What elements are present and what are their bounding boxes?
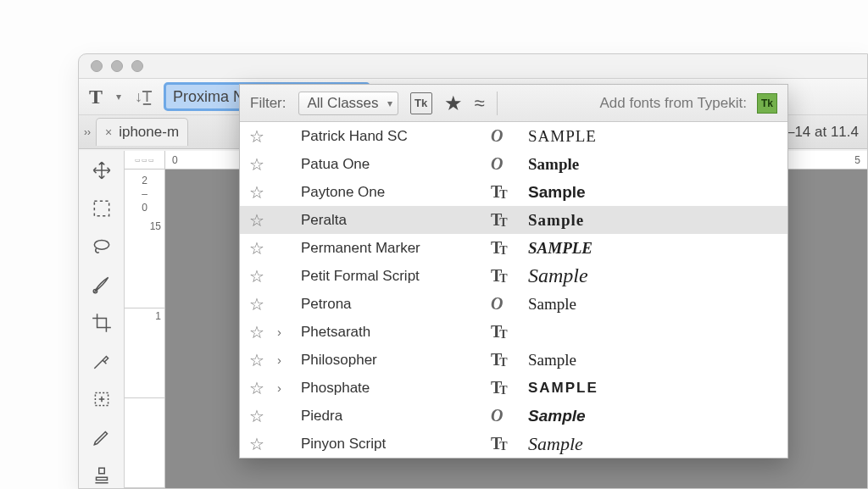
expand-panel-icon[interactable]: ›› — [84, 126, 91, 138]
favorite-star-icon[interactable]: ☆ — [248, 378, 265, 398]
similarity-filter-icon[interactable]: ≈ — [475, 92, 485, 114]
font-sample: Sample — [528, 407, 586, 425]
favorite-star-icon[interactable]: ☆ — [248, 154, 265, 175]
favorite-star-icon[interactable]: ☆ — [248, 210, 265, 231]
minimize-window-button[interactable] — [111, 60, 123, 72]
crop-tool[interactable] — [86, 310, 117, 336]
font-sample: Sample — [528, 295, 576, 314]
font-name: Patrick Hand SC — [301, 128, 479, 145]
truetype-icon — [491, 322, 516, 342]
document-tab[interactable]: × iphone-m — [96, 118, 188, 146]
tools-panel — [79, 151, 125, 488]
zoom-window-button[interactable] — [131, 60, 143, 72]
stamp-tool[interactable] — [86, 462, 117, 488]
opentype-icon: O — [491, 154, 516, 174]
type-tool-icon: T — [89, 86, 103, 108]
font-list[interactable]: ☆›Patrick Hand SCOSAMPLE☆›Patua OneOSamp… — [240, 122, 787, 458]
expand-family-icon[interactable]: › — [277, 325, 289, 339]
svg-rect-0 — [94, 202, 108, 216]
favorite-star-icon[interactable]: ☆ — [248, 182, 265, 203]
font-row[interactable]: ☆›PeraltaSample — [240, 206, 787, 234]
ruler-segment: 15 — [125, 219, 164, 308]
patch-tool[interactable] — [86, 386, 117, 412]
orientation-toggle-icon[interactable]: ↓T̲ — [133, 86, 153, 107]
font-name: Petrona — [301, 296, 479, 313]
type-tool-dropdown-icon[interactable]: ▾ — [116, 91, 121, 103]
lasso-tool[interactable] — [86, 234, 117, 260]
document-tab-title: iphone-m — [119, 124, 179, 141]
truetype-icon — [491, 378, 516, 397]
truetype-icon — [491, 238, 516, 258]
brush-tool[interactable] — [86, 272, 117, 298]
font-row[interactable]: ☆›Pinyon ScriptSample — [240, 430, 787, 458]
favorite-star-icon[interactable]: ☆ — [248, 294, 265, 314]
typekit-launch-button[interactable]: Tk — [757, 93, 777, 114]
font-row[interactable]: ☆›Petit Formal ScriptSample — [240, 262, 787, 290]
truetype-icon — [491, 182, 516, 202]
expand-family-icon[interactable]: › — [277, 381, 289, 395]
truetype-icon — [491, 434, 516, 453]
expand-family-icon[interactable]: › — [277, 353, 289, 367]
font-sample: Sample — [528, 351, 576, 370]
font-row[interactable]: ☆›PiedraOSample — [240, 402, 787, 430]
font-name: Pinyon Script — [301, 436, 479, 453]
move-tool[interactable] — [86, 158, 117, 184]
svg-point-1 — [94, 241, 108, 250]
font-name: Patua One — [301, 156, 479, 173]
filter-label: Filter: — [250, 95, 287, 112]
vertical-ruler: ▭▭▭ 2–0 15 1 — [125, 151, 165, 488]
font-sample: SAMPLE — [528, 239, 593, 258]
font-row[interactable]: ☆›Phetsarath — [240, 318, 787, 346]
eyedropper-tool[interactable] — [86, 347, 117, 374]
font-dropdown-header: Filter: All Classes ▾ Tk ★ ≈ Add fonts f… — [240, 85, 787, 122]
font-name: Petit Formal Script — [301, 268, 479, 285]
close-window-button[interactable] — [91, 60, 103, 72]
font-name: Phetsarath — [301, 324, 479, 341]
font-name: Permanent Marker — [301, 240, 479, 257]
font-row[interactable]: ☆›PetronaOSample — [240, 290, 787, 318]
ruler-segment: 1 — [125, 308, 164, 398]
divider — [497, 92, 498, 115]
font-sample: Sample — [528, 183, 586, 202]
marquee-tool[interactable] — [86, 196, 117, 222]
pencil-tool[interactable] — [86, 424, 117, 450]
favorite-star-icon[interactable]: ☆ — [248, 406, 265, 426]
truetype-icon — [491, 266, 516, 286]
font-row[interactable]: ☆›PhosphateSAMPLE — [240, 374, 787, 402]
font-name: Phosphate — [301, 380, 479, 397]
font-sample: Sample — [528, 211, 584, 230]
font-row[interactable]: ☆›Permanent MarkerSAMPLE — [240, 234, 787, 262]
favorite-star-icon[interactable]: ☆ — [248, 350, 265, 370]
font-name: Piedra — [301, 408, 479, 425]
ruler-segment — [125, 398, 164, 488]
close-tab-icon[interactable]: × — [105, 125, 112, 139]
favorite-star-icon[interactable]: ☆ — [248, 238, 265, 258]
favorite-star-icon[interactable]: ☆ — [248, 126, 265, 147]
favorite-star-icon[interactable]: ☆ — [248, 322, 265, 342]
ruler-corner: ▭▭▭ — [125, 151, 164, 169]
font-row[interactable]: ☆›Patua OneOSample — [240, 150, 787, 178]
font-row[interactable]: ☆›Patrick Hand SCOSAMPLE — [240, 122, 787, 150]
filter-select[interactable]: All Classes ▾ — [298, 92, 398, 115]
favorites-filter-icon[interactable]: ★ — [444, 92, 463, 115]
truetype-icon — [491, 210, 516, 230]
font-row[interactable]: ☆›PhilosopherSample — [240, 346, 787, 374]
font-row[interactable]: ☆›Paytone OneSample — [240, 178, 787, 206]
filter-value: All Classes — [308, 95, 379, 112]
opentype-icon: O — [491, 294, 516, 314]
truetype-icon — [491, 350, 516, 370]
font-sample: Sample — [528, 155, 579, 174]
favorite-star-icon[interactable]: ☆ — [248, 434, 265, 454]
font-sample: SAMPLE — [528, 380, 598, 397]
font-sample: Sample — [528, 433, 583, 455]
window-titlebar — [79, 54, 867, 78]
chevron-down-icon: ▾ — [387, 97, 392, 109]
font-dropdown-panel: Filter: All Classes ▾ Tk ★ ≈ Add fonts f… — [239, 84, 788, 458]
typekit-filter-toggle[interactable]: Tk — [410, 92, 432, 114]
document-zoom-readout: –14 at 11.4 — [787, 124, 859, 141]
font-sample: Sample — [528, 264, 588, 287]
opentype-icon: O — [491, 406, 516, 425]
font-name: Philosopher — [301, 352, 479, 369]
favorite-star-icon[interactable]: ☆ — [248, 266, 265, 286]
font-sample: SAMPLE — [528, 127, 597, 146]
